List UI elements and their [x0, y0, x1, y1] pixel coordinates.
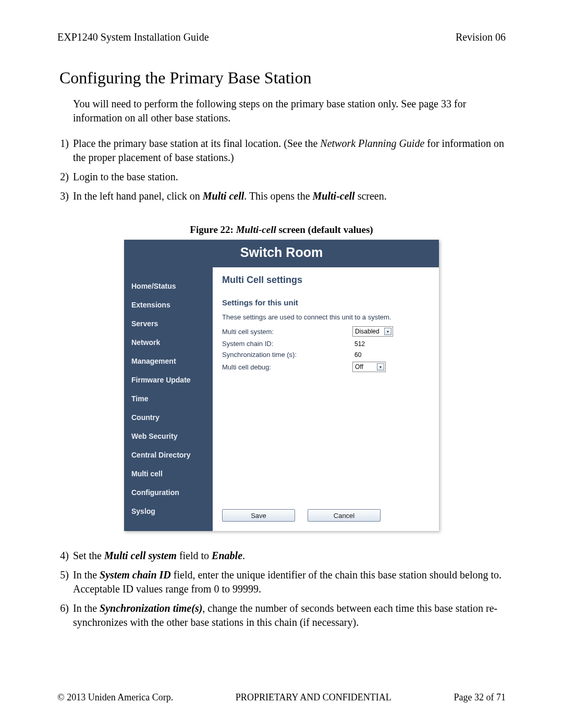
- sidebar-item-servers[interactable]: Servers: [124, 314, 213, 333]
- sidebar-item-time[interactable]: Time: [124, 389, 213, 408]
- app-title: Switch Room: [124, 240, 439, 267]
- page-footer: © 2013 Uniden America Corp. PROPRIETARY …: [57, 692, 506, 703]
- sidebar-item-home[interactable]: Home/Status: [124, 277, 213, 295]
- footer-right: Page 32 of 71: [454, 692, 506, 703]
- cancel-button[interactable]: Cancel: [308, 509, 381, 522]
- step-number: 2): [57, 170, 73, 184]
- sidebar: Home/Status Extensions Servers Network M…: [124, 267, 213, 531]
- field-label: Multi cell system:: [222, 328, 352, 336]
- step-item: 1) Place the primary base station at its…: [57, 137, 506, 165]
- page-header: EXP1240 System Installation Guide Revisi…: [57, 31, 506, 43]
- sidebar-item-country[interactable]: Country: [124, 408, 213, 427]
- step-number: 1): [57, 137, 73, 165]
- panel-description: These settings are used to connect this …: [222, 313, 430, 321]
- field-row-multi-cell-system: Multi cell system: Disabled ▾: [222, 326, 430, 337]
- sidebar-item-extensions[interactable]: Extensions: [124, 295, 213, 314]
- select-value: Off: [355, 363, 375, 371]
- sidebar-item-management[interactable]: Management: [124, 352, 213, 371]
- multi-cell-debug-select[interactable]: Off ▾: [352, 362, 386, 372]
- figure-caption: Figure 22: Multi-cell screen (default va…: [57, 224, 506, 236]
- step-item: 2) Login to the base station.: [57, 170, 506, 184]
- field-label: System chain ID:: [222, 340, 352, 348]
- footer-left: © 2013 Uniden America Corp.: [57, 692, 173, 703]
- step-number: 5): [57, 568, 73, 596]
- step-number: 6): [57, 601, 73, 630]
- sidebar-item-multi-cell[interactable]: Multi cell: [124, 464, 213, 483]
- section-heading: Configuring the Primary Base Station: [59, 68, 506, 88]
- panel-subheading: Settings for this unit: [222, 298, 430, 307]
- step-item: 4) Set the Multi cell system field to En…: [57, 549, 506, 563]
- steps-list-bottom: 4) Set the Multi cell system field to En…: [57, 549, 506, 630]
- steps-list-top: 1) Place the primary base station at its…: [57, 137, 506, 203]
- doc-title: EXP1240 System Installation Guide: [57, 31, 209, 43]
- field-row-chain-id: System chain ID: 512: [222, 340, 430, 348]
- field-label: Multi cell debug:: [222, 363, 352, 371]
- step-item: 3) In the left hand panel, click on Mult…: [57, 189, 506, 203]
- sidebar-item-configuration[interactable]: Configuration: [124, 483, 213, 502]
- intro-paragraph: You will need to perform the following s…: [73, 97, 506, 125]
- field-row-debug: Multi cell debug: Off ▾: [222, 362, 430, 372]
- select-value: Disabled: [355, 328, 383, 335]
- sidebar-item-web-security[interactable]: Web Security: [124, 427, 213, 446]
- sidebar-item-firmware[interactable]: Firmware Update: [124, 371, 213, 389]
- step-item: 6) In the Synchronization time(s), chang…: [57, 601, 506, 630]
- chevron-down-icon: ▾: [377, 363, 384, 371]
- save-button[interactable]: Save: [222, 509, 295, 522]
- multi-cell-system-select[interactable]: Disabled ▾: [352, 326, 393, 337]
- step-item: 5) In the System chain ID field, enter t…: [57, 568, 506, 596]
- sidebar-item-network[interactable]: Network: [124, 333, 213, 352]
- doc-revision: Revision 06: [456, 31, 506, 43]
- chevron-down-icon: ▾: [384, 328, 391, 335]
- chain-id-value: 512: [352, 340, 365, 348]
- screenshot-frame: Switch Room Home/Status Extensions Serve…: [124, 240, 439, 531]
- field-label: Synchronization time (s):: [222, 351, 352, 359]
- field-row-sync-time: Synchronization time (s): 60: [222, 351, 430, 359]
- step-number: 3): [57, 189, 73, 203]
- sync-time-value: 60: [352, 351, 361, 359]
- panel-heading: Multi Cell settings: [222, 275, 430, 286]
- main-panel: Multi Cell settings Settings for this un…: [213, 267, 439, 531]
- sidebar-item-syslog[interactable]: Syslog: [124, 502, 213, 521]
- sidebar-item-central-directory[interactable]: Central Directory: [124, 446, 213, 464]
- step-number: 4): [57, 549, 73, 563]
- footer-center: PROPRIETARY AND CONFIDENTIAL: [236, 692, 391, 703]
